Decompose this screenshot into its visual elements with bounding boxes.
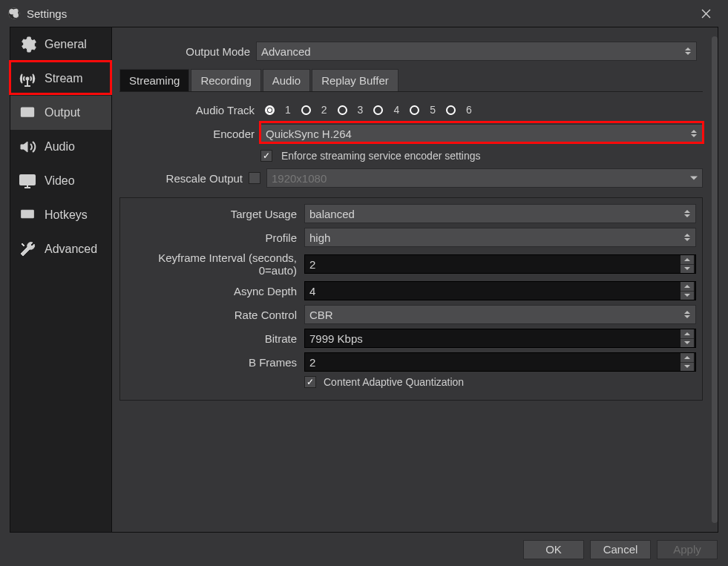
output-mode-select[interactable]: Advanced — [256, 42, 697, 61]
tab-recording[interactable]: Recording — [191, 69, 260, 91]
rate-control-label: Rate Control — [126, 309, 297, 321]
updown-icon — [682, 228, 692, 246]
sidebar-item-label: Video — [45, 174, 75, 188]
sidebar-item-label: Hotkeys — [45, 208, 88, 222]
sidebar-item-label: Audio — [45, 140, 75, 154]
settings-window: Settings General Stream Output Audio — [0, 0, 728, 566]
output-mode-label: Output Mode — [119, 45, 250, 58]
updown-icon — [689, 125, 699, 142]
sidebar-item-advanced[interactable]: Advanced — [10, 232, 111, 266]
rescale-output-value: 1920x1080 — [272, 172, 327, 185]
audio-track-2-radio[interactable] — [301, 105, 311, 115]
audio-track-5-radio[interactable] — [410, 105, 419, 115]
enforce-checkbox[interactable] — [260, 150, 272, 162]
updown-icon — [682, 306, 692, 323]
dialog-footer: OK Cancel Apply — [0, 533, 728, 566]
audio-track-4-radio[interactable] — [373, 105, 383, 115]
close-button[interactable] — [691, 2, 721, 24]
ok-button[interactable]: OK — [523, 540, 584, 559]
audio-track-6-label: 6 — [466, 104, 472, 116]
encoder-label: Encoder — [119, 128, 255, 140]
updown-icon — [682, 205, 692, 223]
bitrate-value: 7999 Kbps — [309, 332, 363, 345]
sidebar-item-video[interactable]: Video — [10, 164, 111, 198]
sidebar-item-label: Advanced — [45, 243, 97, 256]
rescale-output-select[interactable]: 1920x1080 — [266, 168, 703, 188]
stepper-arrows-icon — [681, 255, 694, 273]
target-usage-value: balanced — [309, 208, 355, 220]
tools-icon — [18, 240, 37, 259]
tab-audio[interactable]: Audio — [263, 69, 310, 91]
audio-track-1-label: 1 — [285, 104, 291, 116]
sidebar-item-label: Output — [45, 106, 80, 119]
keyframe-interval-label: Keyframe Interval (seconds, 0=auto) — [126, 251, 297, 277]
rate-control-select[interactable]: CBR — [304, 305, 696, 324]
enforce-label: Enforce streaming service encoder settin… — [281, 150, 480, 162]
audio-track-3-radio[interactable] — [338, 105, 347, 115]
audio-track-5-label: 5 — [430, 104, 436, 116]
tab-replay-buffer[interactable]: Replay Buffer — [312, 69, 399, 91]
caq-checkbox[interactable] — [304, 376, 316, 388]
bframes-value: 2 — [309, 356, 315, 369]
bframes-stepper[interactable]: 2 — [304, 352, 696, 372]
chevron-down-icon — [690, 177, 698, 180]
encoder-select[interactable]: QuickSync H.264 — [260, 124, 703, 143]
tab-streaming[interactable]: Streaming — [119, 69, 189, 91]
rescale-output-checkbox[interactable] — [249, 172, 260, 184]
speaker-icon — [18, 137, 37, 157]
sidebar: General Stream Output Audio Video Hotkey… — [10, 27, 112, 533]
bframes-label: B Frames — [126, 356, 297, 369]
audio-track-label: Audio Track — [119, 104, 255, 116]
stepper-arrows-icon — [681, 329, 694, 347]
keyboard-icon — [18, 205, 37, 225]
encoder-value: QuickSync H.264 — [266, 128, 352, 140]
svg-point-4 — [13, 9, 19, 14]
audio-track-3-label: 3 — [358, 104, 364, 116]
profile-value: high — [309, 231, 330, 244]
app-icon — [7, 7, 21, 20]
svg-rect-11 — [20, 175, 35, 185]
scrollbar[interactable] — [712, 36, 718, 523]
apply-button[interactable]: Apply — [657, 540, 718, 559]
rescale-output-label: Rescale Output — [119, 172, 243, 185]
sidebar-item-label: Stream — [45, 72, 83, 85]
caq-label: Content Adaptive Quantization — [324, 376, 464, 388]
async-depth-value: 4 — [309, 285, 315, 297]
gear-icon — [18, 35, 37, 54]
async-depth-stepper[interactable]: 4 — [304, 281, 696, 300]
antenna-icon — [18, 69, 37, 88]
audio-track-1-radio[interactable] — [265, 105, 275, 115]
titlebar: Settings — [0, 0, 728, 27]
output-mode-value: Advanced — [261, 45, 311, 58]
bitrate-stepper[interactable]: 7999 Kbps — [304, 329, 696, 348]
target-usage-select[interactable]: balanced — [304, 204, 696, 223]
stepper-arrows-icon — [681, 353, 694, 371]
sidebar-item-label: General — [45, 38, 87, 51]
audio-track-2-label: 2 — [321, 104, 327, 116]
bitrate-label: Bitrate — [126, 332, 297, 345]
async-depth-label: Async Depth — [126, 285, 297, 297]
output-tabs: Streaming Recording Audio Replay Buffer — [119, 69, 703, 92]
output-icon — [18, 103, 37, 122]
profile-label: Profile — [126, 231, 297, 244]
rate-control-value: CBR — [309, 309, 333, 321]
target-usage-label: Target Usage — [126, 208, 297, 220]
encoder-settings-group: Target Usage balanced Profile high Keyfr… — [119, 197, 703, 401]
sidebar-item-audio[interactable]: Audio — [10, 130, 111, 164]
monitor-icon — [18, 171, 37, 191]
keyframe-interval-value: 2 — [309, 258, 315, 271]
updown-icon — [683, 42, 693, 60]
sidebar-item-stream[interactable]: Stream — [10, 62, 111, 96]
audio-track-6-radio[interactable] — [446, 105, 456, 115]
profile-select[interactable]: high — [304, 228, 696, 247]
cancel-button[interactable]: Cancel — [590, 540, 651, 559]
main-panel: Output Mode Advanced Streaming Recording… — [112, 27, 718, 533]
sidebar-item-general[interactable]: General — [10, 27, 111, 62]
window-title: Settings — [27, 7, 67, 20]
audio-track-4-label: 4 — [393, 104, 399, 116]
keyframe-interval-stepper[interactable]: 2 — [304, 254, 696, 274]
stepper-arrows-icon — [681, 282, 694, 300]
sidebar-item-output[interactable]: Output — [10, 96, 111, 130]
sidebar-item-hotkeys[interactable]: Hotkeys — [10, 198, 111, 232]
